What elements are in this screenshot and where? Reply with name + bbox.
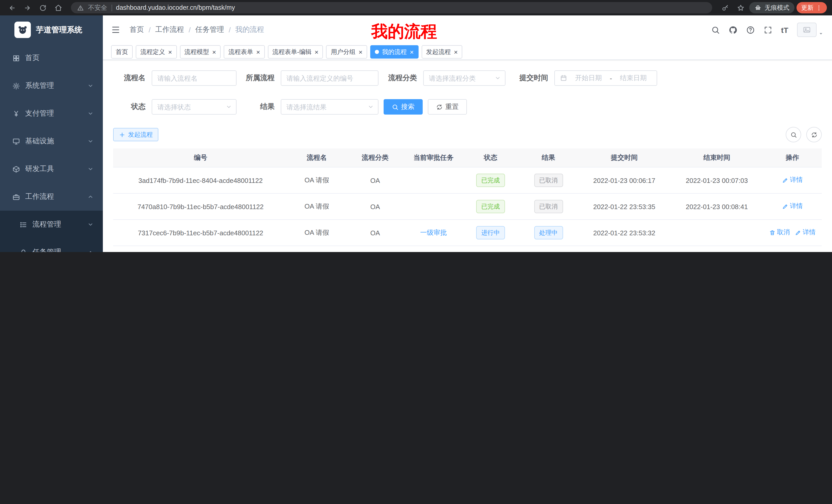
process-name-input[interactable]: [152, 71, 237, 86]
category-label: 流程分类: [379, 74, 423, 83]
app-header: 首页 / 工作流程 / 任务管理 / 我的流程 我的流程 tT: [103, 16, 832, 44]
sidebar-item-system[interactable]: 系统管理: [0, 72, 103, 100]
incognito-badge: 无痕模式: [749, 2, 795, 13]
table-row: 2152467e-7b9b-11ec-9a1b-acde48001122OA 请…: [113, 246, 822, 252]
tab-process-definition[interactable]: 流程定义×: [136, 45, 177, 59]
sidebar-item-process-management[interactable]: 流程管理: [0, 211, 103, 239]
tab-my-process[interactable]: 我的流程×: [370, 45, 418, 59]
toggle-search-button[interactable]: [786, 127, 801, 142]
github-icon[interactable]: [729, 25, 737, 34]
avatar: [797, 23, 816, 37]
close-icon[interactable]: ×: [315, 49, 318, 55]
result-select[interactable]: [281, 99, 379, 115]
cell-status: 已完成: [462, 167, 519, 193]
refresh-icon: [811, 131, 817, 138]
update-button[interactable]: 更新: [797, 2, 827, 13]
cell-id: 7317cec6-7b9b-11ec-b5b7-acde48001122: [113, 220, 288, 246]
column-header: 流程分类: [345, 148, 405, 167]
tab-process-form-edit[interactable]: 流程表单-编辑×: [268, 45, 323, 59]
reload-icon[interactable]: [36, 1, 49, 15]
cell-submit-time: 2022-01-22 23:53:32: [578, 220, 671, 246]
breadcrumb: 首页 / 工作流程 / 任务管理 / 我的流程: [130, 25, 264, 34]
process-definition-label: 所属流程: [237, 74, 281, 83]
forward-icon[interactable]: [21, 1, 34, 15]
status-field[interactable]: [152, 100, 236, 114]
detail-link[interactable]: 详情: [782, 176, 803, 185]
close-icon[interactable]: ×: [168, 49, 172, 55]
warning-icon: [77, 4, 84, 11]
filter-row-2: 状态 结果 搜索 重置: [113, 99, 822, 115]
tab-process-form[interactable]: 流程表单×: [224, 45, 265, 59]
cell-current-task: [405, 167, 462, 193]
close-icon[interactable]: ×: [410, 49, 414, 55]
header-search-icon[interactable]: [711, 25, 720, 34]
sidebar-item-workflow[interactable]: 工作流程: [0, 183, 103, 211]
process-name-field[interactable]: [152, 71, 236, 85]
help-icon[interactable]: [746, 25, 755, 34]
tab-home[interactable]: 首页: [111, 45, 133, 59]
process-definition-field[interactable]: [281, 71, 378, 85]
category-field[interactable]: [424, 71, 505, 85]
cell-result: 处理中: [519, 220, 578, 246]
process-definition-input[interactable]: [281, 71, 379, 86]
tags-view-bar: 首页流程定义×流程模型×流程表单×流程表单-编辑×用户分组×我的流程×发起流程×: [103, 44, 832, 60]
incognito-icon: [754, 4, 761, 11]
detail-link[interactable]: 详情: [782, 202, 803, 211]
user-avatar[interactable]: [797, 23, 824, 37]
sidebar-item-label: 任务管理: [32, 248, 61, 252]
search-button-label: 搜索: [401, 102, 414, 111]
breadcrumb-home[interactable]: 首页: [130, 25, 144, 34]
sidebar-item-devtools[interactable]: 研发工具: [0, 155, 103, 183]
chevron-down-icon: [87, 166, 94, 172]
cell-end-time: [671, 220, 763, 246]
sidebar-item-task-management[interactable]: 任务管理: [0, 239, 103, 252]
sidebar-collapse-icon[interactable]: [111, 25, 120, 34]
close-icon[interactable]: ×: [256, 49, 260, 55]
close-icon[interactable]: ×: [454, 49, 458, 55]
app-title: 芋道管理系统: [36, 25, 82, 35]
current-task-link[interactable]: 一级审批: [420, 229, 447, 236]
cell-actions: 详情: [763, 193, 822, 220]
cell-status: 已完成: [462, 193, 519, 220]
status-select[interactable]: [152, 99, 237, 115]
search-icon: [790, 131, 797, 138]
cell-category: OA: [345, 167, 405, 193]
result-label: 结果: [237, 102, 281, 111]
chevron-down-icon: [87, 221, 94, 228]
back-icon[interactable]: [5, 1, 19, 15]
browser-home-icon[interactable]: [51, 1, 65, 15]
tab-start-process[interactable]: 发起流程×: [421, 45, 462, 59]
cell-process-name: OA 请假: [288, 167, 345, 193]
sidebar-item-payment[interactable]: 支付管理: [0, 100, 103, 128]
submit-time-range[interactable]: 开始日期 - 结束日期: [554, 71, 657, 86]
tab-label: 流程模型: [184, 48, 209, 56]
search-icon: [392, 104, 398, 110]
sidebar-item-infrastructure[interactable]: 基础设施: [0, 128, 103, 155]
close-icon[interactable]: ×: [212, 49, 216, 55]
grid-icon: [12, 54, 20, 62]
tab-label: 流程表单-编辑: [272, 48, 312, 56]
address-bar[interactable]: 不安全 dashboard.yudao.iocoder.cn/bpm/task/…: [71, 2, 712, 13]
reset-button[interactable]: 重置: [428, 99, 467, 115]
status-badge: 已完成: [476, 174, 505, 187]
tab-user-group[interactable]: 用户分组×: [326, 45, 367, 59]
chevron-up-icon: [87, 249, 94, 252]
result-field[interactable]: [281, 100, 378, 114]
close-icon[interactable]: ×: [359, 49, 363, 55]
sidebar-item-home[interactable]: 首页: [0, 44, 103, 72]
tab-process-model[interactable]: 流程模型×: [180, 45, 220, 59]
bookmark-star-icon[interactable]: [734, 1, 747, 15]
search-button[interactable]: 搜索: [384, 99, 423, 115]
category-select[interactable]: [423, 71, 505, 86]
refresh-table-button[interactable]: [806, 127, 822, 142]
table-body: 3ad174fb-7b9d-11ec-8404-acde48001122OA 请…: [113, 167, 822, 252]
fullscreen-icon[interactable]: [763, 25, 772, 34]
app-logo[interactable]: 芋道管理系统: [0, 16, 103, 44]
breadcrumb-workflow[interactable]: 工作流程: [155, 25, 184, 34]
detail-link[interactable]: 详情: [795, 228, 815, 237]
create-process-button[interactable]: 发起流程: [113, 128, 158, 141]
font-size-icon[interactable]: tT: [781, 25, 788, 34]
password-key-icon[interactable]: [718, 1, 732, 15]
cancel-link[interactable]: 取消: [769, 228, 790, 237]
breadcrumb-task-management[interactable]: 任务管理: [196, 25, 224, 34]
